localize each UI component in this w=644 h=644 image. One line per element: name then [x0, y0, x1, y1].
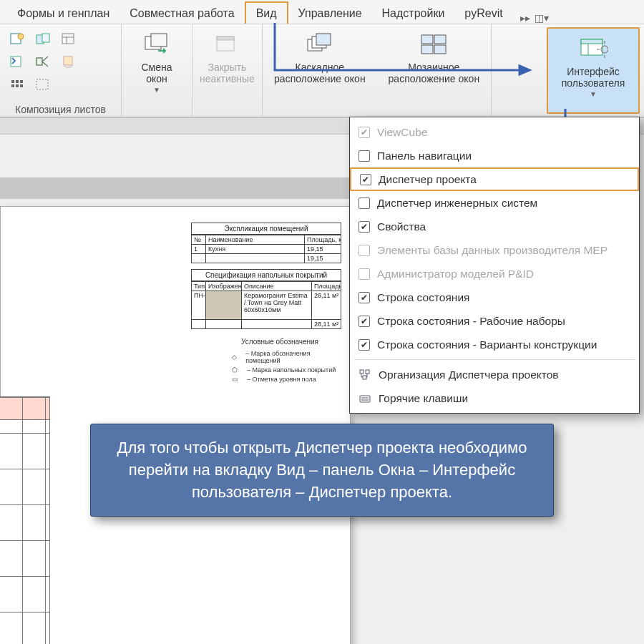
- svg-marker-36: [519, 66, 530, 74]
- dd-item-5: Элементы базы данных производителя MEP: [350, 238, 639, 262]
- dd-footer-label: Организация Диспетчера проектов: [379, 369, 559, 381]
- dd-item-label: Строка состояния - Рабочие наборы: [377, 315, 565, 328]
- close-inactive-label-1: Закрыть: [208, 62, 246, 73]
- dd-item-label: Диспетчер проекта: [379, 173, 477, 186]
- checkbox-icon: [358, 127, 370, 138]
- checkbox-icon: [358, 221, 370, 233]
- sheet-icon-5[interactable]: [34, 54, 52, 70]
- spec-title: Спецификация напольных покрытий: [192, 270, 341, 281]
- svg-rect-13: [20, 84, 23, 87]
- tree-icon: [358, 369, 371, 381]
- legend-glyph-3: ▭: [227, 376, 243, 383]
- checkbox-icon: [360, 174, 371, 185]
- dd-item-label: ViewCube: [377, 126, 427, 139]
- dd-item-3[interactable]: Диспетчер инженерных систем: [350, 191, 639, 215]
- svg-rect-33: [360, 396, 370, 402]
- svg-rect-14: [36, 79, 48, 89]
- dd-item-9[interactable]: Строка состояния - Варианты конструкции: [350, 333, 639, 356]
- chevron-down-icon: ▼: [153, 86, 160, 94]
- ribbon-group-sheet-title: Композиция листов: [7, 102, 114, 115]
- ui-dropdown: ViewCubeПанель навигацииДиспетчер проект…: [349, 117, 640, 414]
- svg-rect-27: [581, 39, 602, 44]
- dd-item-4[interactable]: Свойства: [350, 215, 639, 238]
- dd-footer-0[interactable]: Организация Диспетчера проектов: [350, 363, 639, 386]
- legend-text-1: – Марка обозначения помещений: [245, 350, 338, 364]
- svg-rect-9: [16, 80, 19, 83]
- dd-footer-1[interactable]: Горячие клавиши: [350, 386, 639, 410]
- ui-label-2: пользователя: [562, 77, 625, 89]
- dd-item-0: ViewCube: [350, 120, 639, 144]
- legend-glyph-2: ⬠: [227, 366, 243, 374]
- legend-text-2: – Марка напольных покрытий: [247, 366, 336, 374]
- sheet-icon-4[interactable]: [9, 54, 26, 70]
- svg-rect-8: [11, 80, 14, 83]
- svg-rect-10: [20, 80, 23, 83]
- dd-item-label: Строка состояния - Варианты конструкции: [377, 338, 597, 351]
- checkbox-icon: [358, 316, 370, 327]
- floor-spec: Спецификация напольных покрытий ТипИзобр…: [191, 269, 341, 329]
- dd-footer-label: Горячие клавиши: [379, 392, 468, 405]
- sheet-icon-7[interactable]: [9, 77, 26, 93]
- legend: Условные обозначения ◇– Марка обозначени…: [227, 338, 338, 383]
- checkbox-icon: [358, 339, 370, 351]
- close-inactive-icon: [212, 31, 242, 57]
- switch-windows-button[interactable]: Смена окон ▼: [125, 24, 189, 95]
- svg-rect-30: [360, 370, 364, 374]
- chevron-down-icon: ▼: [590, 90, 597, 98]
- user-interface-button[interactable]: Интерфейс пользователя ▼: [547, 27, 640, 114]
- instruction-callout: Для того чтобы открыть Диспетчер проекта…: [90, 424, 554, 517]
- svg-rect-3: [42, 34, 49, 42]
- legend-text-3: – Отметка уровня пола: [247, 376, 316, 383]
- rooms-schedule: Экспликация помещений №НаименованиеПлоща…: [191, 223, 341, 263]
- tabs-minimize-icon[interactable]: ◫▾: [535, 12, 549, 24]
- user-interface-icon: [578, 36, 608, 62]
- close-inactive-label-2: неактивные: [200, 73, 255, 84]
- svg-rect-4: [62, 34, 74, 44]
- sheet-icon-6[interactable]: [60, 54, 77, 70]
- rooms-title: Экспликация помещений: [192, 223, 341, 235]
- close-inactive-button: Закрыть неактивные: [192, 24, 263, 117]
- dd-item-6: Администратор моделей P&ID: [350, 262, 639, 286]
- checkbox-icon: [358, 292, 370, 303]
- dd-item-label: Свойства: [377, 220, 426, 233]
- svg-rect-32: [363, 376, 366, 379]
- ui-label-1: Интерфейс: [567, 66, 620, 77]
- svg-rect-11: [11, 84, 14, 87]
- sheet-icon-2[interactable]: [34, 31, 52, 47]
- dd-item-label: Диспетчер инженерных систем: [377, 197, 537, 210]
- switch-windows-icon: [142, 31, 172, 57]
- svg-rect-31: [366, 370, 369, 374]
- tab-forms[interactable]: Формы и генплан: [7, 3, 119, 24]
- switch-windows-label-2: окон: [146, 73, 167, 84]
- svg-rect-12: [16, 84, 19, 87]
- keyboard-icon: [358, 392, 371, 405]
- switch-windows-label-1: Смена: [141, 62, 172, 73]
- dd-item-label: Администратор моделей P&ID: [377, 268, 534, 280]
- dd-item-label: Панель навигации: [377, 150, 472, 162]
- sheet-icon-3[interactable]: [60, 31, 77, 47]
- sheet-icon-8[interactable]: [34, 77, 52, 93]
- dd-item-label: Элементы базы данных производителя MEP: [377, 244, 608, 257]
- sheet-icon-1[interactable]: [9, 31, 26, 47]
- dd-item-label: Строка состояния: [377, 291, 469, 304]
- floor-plan-fragment: П=1: [0, 396, 50, 644]
- checkbox-icon: [358, 268, 370, 280]
- svg-rect-18: [217, 36, 234, 40]
- checkbox-icon: [358, 245, 370, 256]
- checkbox-icon: [358, 150, 370, 162]
- dd-item-7[interactable]: Строка состояния: [350, 286, 639, 309]
- dd-item-2[interactable]: Диспетчер проекта: [350, 167, 639, 191]
- dd-item-1[interactable]: Панель навигации: [350, 144, 639, 167]
- svg-point-1: [18, 34, 24, 39]
- tab-collab[interactable]: Совместная работа: [119, 3, 244, 24]
- legend-glyph-1: ◇: [227, 353, 241, 361]
- legend-title: Условные обозначения: [241, 338, 338, 346]
- svg-rect-16: [151, 34, 167, 47]
- dd-item-8[interactable]: Строка состояния - Рабочие наборы: [350, 309, 639, 333]
- sheet-comp-buttons: [7, 29, 114, 99]
- checkbox-icon: [358, 197, 370, 209]
